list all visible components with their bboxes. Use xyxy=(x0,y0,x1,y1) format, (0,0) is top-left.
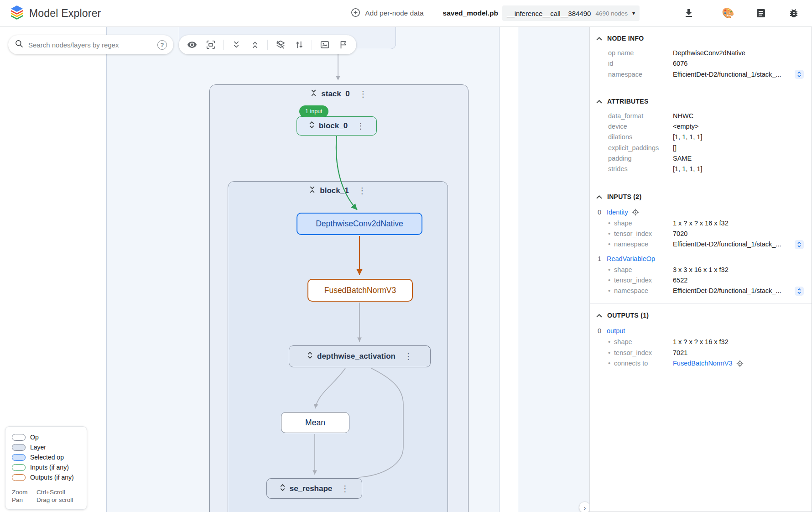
input-item-0: 0 Identity •shape1 x ? x ? x 16 x f32 •t… xyxy=(596,206,804,250)
inputs-swatch xyxy=(12,464,26,471)
toolbar-divider xyxy=(267,40,268,50)
input-source-link[interactable]: ReadVariableOp xyxy=(607,255,655,262)
more-vert-icon[interactable]: ⋮ xyxy=(356,122,364,130)
expand-layer-icon[interactable] xyxy=(309,121,315,131)
section-attributes: ATTRIBUTES data_formatNHWC device<empty>… xyxy=(590,90,812,185)
expand-all-icon[interactable] xyxy=(229,37,244,52)
search-bar: ? xyxy=(8,35,173,54)
help-icon[interactable]: ? xyxy=(157,40,167,50)
collapse-group-icon[interactable] xyxy=(309,186,315,196)
swap-vert-icon[interactable] xyxy=(291,37,307,52)
output-row-tensor-index: •tensor_index7021 xyxy=(608,348,804,358)
collapse-group-icon[interactable] xyxy=(311,89,317,99)
input-row-shape: •shape1 x ? x ? x 16 x f32 xyxy=(608,218,804,229)
flag-icon[interactable] xyxy=(336,37,351,52)
group-header-block-1[interactable]: block_1 ⋮ xyxy=(228,186,448,196)
bug-icon xyxy=(788,8,799,19)
theme-palette-button[interactable]: 🎨 xyxy=(720,5,736,21)
search-input[interactable] xyxy=(28,41,153,49)
snapshot-icon[interactable] xyxy=(317,37,332,52)
legend-item-inputs: Inputs (if any) xyxy=(12,462,80,472)
input-item-1: 1 ReadVariableOp •shape3 x 3 x 16 x 1 x … xyxy=(596,253,804,297)
namespace-expand-icon[interactable] xyxy=(795,70,804,79)
more-vert-icon[interactable]: ⋮ xyxy=(404,352,412,360)
palette-icon: 🎨 xyxy=(722,8,734,18)
input-row-shape: •shape3 x 3 x 16 x 1 x f32 xyxy=(608,265,804,275)
flatten-layers-icon[interactable] xyxy=(273,37,288,52)
fit-screen-icon[interactable] xyxy=(203,37,218,52)
node-info-header[interactable]: NODE INFO xyxy=(596,33,804,43)
model-explorer-logo-icon xyxy=(10,5,24,21)
namespace-expand-icon[interactable] xyxy=(795,240,804,249)
input-row-tensor-index: •tensor_index7020 xyxy=(608,229,804,239)
output-link[interactable]: output xyxy=(607,327,625,334)
node-se-reshape[interactable]: se_reshape ⋮ xyxy=(266,478,362,499)
legend-item-outputs: Outputs (if any) xyxy=(12,472,80,482)
node-depthwise-activation[interactable]: depthwise_activation ⋮ xyxy=(289,345,431,367)
node-block-0[interactable]: block_0 ⋮ xyxy=(297,116,377,136)
model-explorer-app: Model Explorer Add per-node data saved_m… xyxy=(0,0,812,512)
legend-item-selected-op: Selected op xyxy=(12,452,80,462)
op-swatch xyxy=(12,434,26,441)
attr-row: explicit_paddings[] xyxy=(608,143,804,153)
connects-to-link[interactable]: FusedBatchNormV3 xyxy=(673,358,733,369)
node-mean[interactable]: Mean xyxy=(281,412,349,433)
attr-row: device<empty> xyxy=(608,121,804,132)
expand-layer-icon[interactable] xyxy=(280,484,286,494)
app-title: Model Explorer xyxy=(29,7,101,20)
chevron-up-icon xyxy=(596,98,602,105)
brand: Model Explorer xyxy=(10,5,101,21)
node-fusedbatchnormv3[interactable]: FusedBatchNormV3 xyxy=(307,279,413,302)
section-inputs: INPUTS (2) 0 Identity •shape1 x ? x ? x … xyxy=(590,185,812,304)
input-row-namespace: •namespaceEfficientDet-D2/functional_1/s… xyxy=(608,239,804,250)
add-circle-icon xyxy=(350,7,361,20)
graph-toolbar xyxy=(179,35,356,54)
layer-container-right xyxy=(518,27,590,512)
toolbar-divider xyxy=(312,40,312,50)
group-header-stack-0[interactable]: stack_0 ⋮ xyxy=(209,89,468,99)
input-count-badge: 1 input xyxy=(299,105,328,117)
section-node-info: NODE INFO op name DepthwiseConv2dNative … xyxy=(590,27,812,90)
report-bug-button[interactable] xyxy=(786,5,802,21)
visibility-icon[interactable] xyxy=(184,37,199,52)
search-icon xyxy=(15,39,24,50)
outputs-header[interactable]: OUTPUTS (1) xyxy=(596,310,804,320)
dropdown-caret-icon: ▾ xyxy=(632,10,635,16)
attr-row: strides[1, 1, 1, 1] xyxy=(608,164,804,174)
chevron-up-icon xyxy=(596,35,602,42)
attributes-header[interactable]: ATTRIBUTES xyxy=(596,96,804,106)
node-depthwiseconv2dnative-selected[interactable]: DepthwiseConv2dNative xyxy=(297,213,422,235)
docs-button[interactable] xyxy=(753,5,769,21)
more-vert-icon[interactable]: ⋮ xyxy=(341,485,349,493)
input-source-link[interactable]: Identity xyxy=(607,209,628,216)
graph-selector-node-count: 4690 nodes xyxy=(595,10,628,17)
info-row-namespace: namespace EfficientDet-D2/functional_1/s… xyxy=(608,69,804,80)
namespace-expand-icon[interactable] xyxy=(795,287,804,296)
section-outputs: OUTPUTS (1) 0 output •shape1 x ? x ? x 1… xyxy=(590,303,812,376)
expand-layer-icon[interactable] xyxy=(307,351,313,361)
chevron-right-icon: › xyxy=(584,504,586,512)
graph-selector[interactable]: __inference__call__384490 4690 nodes ▾ xyxy=(502,5,640,21)
input-row-namespace: •namespaceEfficientDet-D2/functional_1/s… xyxy=(608,286,804,296)
topbar-actions: Add per-node data saved_model.pb __infer… xyxy=(350,5,802,21)
collapse-all-icon[interactable] xyxy=(247,37,262,52)
locate-node-icon[interactable] xyxy=(632,209,639,216)
info-row-id: id 6076 xyxy=(608,58,804,69)
legend-shortcuts: ZoomCtrl+Scroll PanDrag or scroll xyxy=(12,488,80,504)
graph-selector-value: __inference__call__384490 xyxy=(507,10,591,17)
output-row-shape: •shape1 x ? x ? x 16 x f32 xyxy=(608,337,804,347)
attr-row: data_formatNHWC xyxy=(608,111,804,121)
add-per-node-data-button[interactable]: Add per-node data xyxy=(350,7,423,20)
more-vert-icon[interactable]: ⋮ xyxy=(358,187,366,195)
toolbar-divider xyxy=(223,40,224,50)
graph-canvas[interactable]: stack_0 ⋮ 1 input block_0 ⋮ block_1 ⋮ De… xyxy=(0,27,590,512)
output-row-connects-to: •connects to FusedBatchNormV3 xyxy=(608,358,804,369)
panel-toggle-button[interactable]: › xyxy=(579,502,590,512)
locate-node-icon[interactable] xyxy=(736,360,744,367)
download-button[interactable] xyxy=(681,5,697,21)
outputs-swatch xyxy=(12,474,26,481)
download-icon xyxy=(683,8,694,19)
document-icon xyxy=(755,8,766,19)
more-vert-icon[interactable]: ⋮ xyxy=(359,90,367,98)
inputs-header[interactable]: INPUTS (2) xyxy=(596,192,804,202)
